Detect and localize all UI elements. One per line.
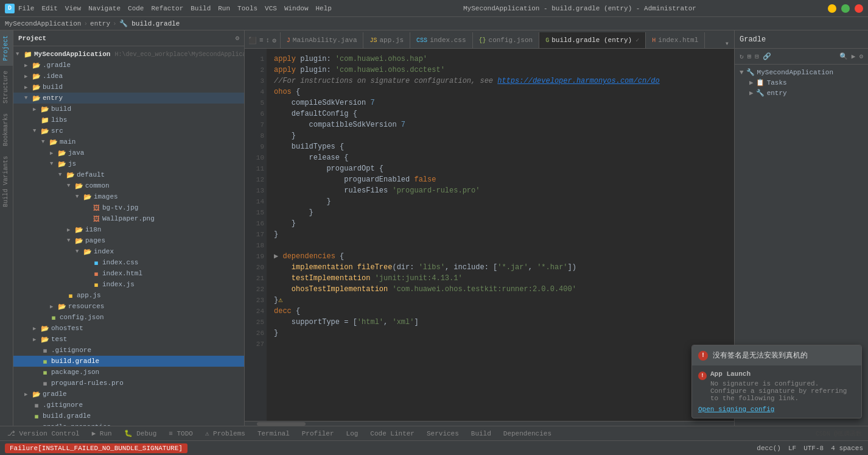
project-settings-icon[interactable]: ⚙ <box>235 34 239 42</box>
menu-file[interactable]: File <box>18 5 34 12</box>
tree-item-entry-build[interactable]: ▶ 📂 build <box>13 104 244 115</box>
tree-item-main[interactable]: ▼ 📂 main <box>13 136 244 147</box>
tab-close-icon[interactable]: ✓ <box>635 37 639 44</box>
gradle-toolbar-expand[interactable]: ⊞ <box>747 52 752 60</box>
side-tab-project[interactable]: Project <box>0 30 13 66</box>
tab-appjs[interactable]: JS app.js <box>363 32 410 48</box>
gradle-toolbar-settings[interactable]: ⚙ <box>859 52 863 60</box>
code-editor[interactable]: apply plugin: 'com.huawei.ohos.hap' appl… <box>267 49 734 421</box>
menu-build[interactable]: Build <box>191 5 211 12</box>
close-button[interactable] <box>855 4 863 13</box>
tree-item-gitignore-entry[interactable]: ◼ .gitignore <box>13 345 244 356</box>
tree-item-test[interactable]: ▶ 📂 test <box>13 334 244 345</box>
bottom-tab-log[interactable]: Log <box>344 429 361 439</box>
editor-toolbar-icon-3[interactable]: ↕ <box>266 37 270 44</box>
side-tab-structure[interactable]: Structure <box>0 66 13 108</box>
bottom-tab-todo[interactable]: ≡ TODO <box>166 429 195 439</box>
side-tab-bookmarks[interactable]: Bookmarks <box>0 108 13 151</box>
tab-mainability[interactable]: J MainAbility.java <box>281 32 364 48</box>
gradle-toolbar-collapse[interactable]: ⊟ <box>755 52 759 60</box>
tree-item-wallpaper[interactable]: 🖼 Wallpaper.png <box>13 213 244 224</box>
menu-window[interactable]: Window <box>284 5 309 12</box>
bottom-tab-version-control[interactable]: ⎇ Version Control <box>5 428 82 439</box>
tree-item-i18n[interactable]: ▶ 📂 i18n <box>13 224 244 235</box>
tree-item-build-root[interactable]: ▶ 📂 build <box>13 82 244 93</box>
menu-run[interactable]: Run <box>218 5 230 12</box>
breadcrumb-app[interactable]: MySecondApplication <box>5 20 81 27</box>
tree-item-images[interactable]: ▼ 📂 images <box>13 191 244 202</box>
editor-scrollbar-horizontal[interactable] <box>245 421 734 426</box>
tree-item-appjs[interactable]: ◼ app.js <box>13 290 244 301</box>
tree-item-pages[interactable]: ▼ 📂 pages <box>13 235 244 246</box>
tree-item-libs[interactable]: 📁 libs <box>13 115 244 125</box>
gradle-toolbar-refresh[interactable]: ↻ <box>740 52 744 60</box>
tree-item-config-json[interactable]: ◼ config.json <box>13 312 244 323</box>
side-tab-build-variants[interactable]: Build Variants <box>0 151 13 212</box>
maximize-button[interactable] <box>841 4 850 13</box>
tree-item-index-css[interactable]: ◼ index.css <box>13 257 244 268</box>
bottom-tab-problems[interactable]: ⚠ Problems <box>203 428 248 439</box>
tree-item-gitignore-root[interactable]: ◼ .gitignore <box>13 400 244 411</box>
tree-item-gradle-hidden[interactable]: ▶ 📂 .gradle <box>13 60 244 71</box>
tab-build-gradle[interactable]: G build.gradle (entry) ✓ <box>539 32 646 48</box>
tree-item-index-js[interactable]: ◼ index.js <box>13 279 244 290</box>
tree-item-default[interactable]: ▼ 📂 default <box>13 169 244 180</box>
menu-help[interactable]: Help <box>316 5 332 12</box>
tree-item-build-gradle-root[interactable]: ◼ build.gradle <box>13 411 244 421</box>
menu-edit[interactable]: Edit <box>41 5 57 12</box>
gradle-label: entry <box>767 90 787 97</box>
bottom-tab-terminal[interactable]: Terminal <box>255 429 292 439</box>
editor-toolbar-icon-2[interactable]: ≡ <box>259 37 264 44</box>
bottom-tab-build[interactable]: Build <box>469 429 494 439</box>
breadcrumb-file[interactable]: 🔧 build.gradle <box>119 19 180 27</box>
gradle-item-tasks[interactable]: ▶ 📋 Tasks <box>735 77 868 88</box>
bottom-tab-codelinter[interactable]: Code Linter <box>368 429 417 439</box>
tree-item-index-html[interactable]: ◼ index.html <box>13 268 244 279</box>
tree-item-index-folder[interactable]: ▼ 📂 index <box>13 246 244 257</box>
bottom-tab-services[interactable]: Services <box>424 429 461 439</box>
tree-item-src[interactable]: ▼ 📂 src <box>13 125 244 136</box>
tree-item-proguard[interactable]: ◼ proguard-rules.pro <box>13 378 244 389</box>
editor-toolbar-icon-4[interactable]: ⚙ <box>272 37 276 44</box>
tree-item-idea[interactable]: ▶ 📂 .idea <box>13 71 244 82</box>
tab-indexhtml[interactable]: H index.html <box>646 32 705 48</box>
tree-label: js <box>68 160 76 168</box>
tab-indexcss[interactable]: CSS index.css <box>410 32 472 48</box>
menu-code[interactable]: Code <box>128 5 144 12</box>
gradle-toolbar-link[interactable]: 🔗 <box>763 52 771 60</box>
tree-item-gradle-root[interactable]: ▶ 📂 gradle <box>13 389 244 400</box>
tree-item-ohostest[interactable]: ▶ 📂 ohosTest <box>13 323 244 334</box>
bottom-tab-dependencies[interactable]: Dependencies <box>501 429 554 439</box>
bottom-tab-debug[interactable]: 🐛 Debug <box>122 428 159 439</box>
menu-tools[interactable]: Tools <box>237 5 257 12</box>
status-error-badge[interactable]: Failure[INSTALL_FAILED_NO_BUNDLE_SIGNATU… <box>5 443 187 453</box>
editor-toolbar-icon-1[interactable]: ⬛ <box>248 37 257 44</box>
tree-item-common[interactable]: ▼ 📂 common <box>13 180 244 191</box>
tab-configjson[interactable]: {} config.json <box>473 32 540 48</box>
tab-more-icon[interactable]: ▾ <box>725 39 729 48</box>
tree-item-entry[interactable]: ▼ 📂 entry <box>13 93 244 104</box>
gradle-toolbar-search[interactable]: 🔍 <box>839 52 848 60</box>
menu-navigate[interactable]: Navigate <box>88 5 121 12</box>
scrollbar-thumb[interactable] <box>257 422 306 426</box>
tree-item-java[interactable]: ▶ 📂 java <box>13 147 244 158</box>
bottom-tab-profiler[interactable]: Profiler <box>299 429 337 439</box>
breadcrumb-entry[interactable]: entry <box>90 20 110 27</box>
tree-item-bg-tv[interactable]: 🖼 bg-tv.jpg <box>13 202 244 213</box>
gradle-item-entry[interactable]: ▶ 🔧 entry <box>735 88 868 98</box>
menu-bar[interactable]: File Edit View Navigate Code Refactor Bu… <box>18 5 332 12</box>
menu-view[interactable]: View <box>65 5 81 12</box>
tree-item-js[interactable]: ▼ 📂 js <box>13 158 244 169</box>
notification-open-signing-link[interactable]: Open signing config <box>698 406 855 413</box>
tree-item-resources[interactable]: ▶ 📂 resources <box>13 301 244 312</box>
bottom-tab-run[interactable]: ▶ Run <box>89 428 114 439</box>
menu-refactor[interactable]: Refactor <box>151 5 183 12</box>
tree-item-build-gradle-entry[interactable]: ◼ build.gradle <box>13 356 244 367</box>
minimize-button[interactable] <box>828 4 836 13</box>
tree-item-gradle-properties[interactable]: ◼ gradle.properties <box>13 421 244 426</box>
gradle-item-myapp[interactable]: ▼ 🔧 MySecondApplication <box>735 67 868 77</box>
tree-item-package-json-entry[interactable]: ◼ package.json <box>13 367 244 378</box>
tree-item-root[interactable]: ▼ 📁 MySecondApplication H:\dev_eco_workp… <box>13 49 244 60</box>
menu-vcs[interactable]: VCS <box>265 5 277 12</box>
gradle-toolbar-run[interactable]: ▶ <box>852 52 856 60</box>
